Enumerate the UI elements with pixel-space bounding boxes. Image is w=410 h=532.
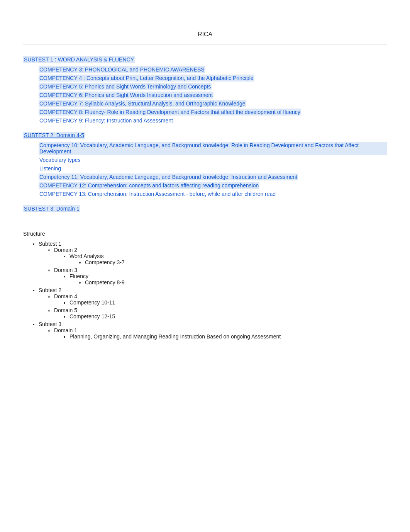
- list-item-comp37: Competency 3-7: [85, 259, 387, 265]
- list-item-word-analysis: Word Analysis Competency 3-7: [69, 253, 387, 265]
- subtest-2-competencies: Competency 10: Vocabulary, Academic Lang…: [23, 142, 387, 197]
- comp-6-link[interactable]: COMPETENCY 6: Phonics and Sight Words In…: [39, 92, 213, 99]
- listening-link[interactable]: Listening: [39, 165, 62, 172]
- comp-10-link[interactable]: Competency 10: Vocabulary, Academic Lang…: [39, 142, 387, 155]
- word-analysis-label: Word Analysis: [69, 253, 103, 259]
- competency-item: COMPETENCY 5: Phonics and Sight Words Te…: [39, 83, 387, 90]
- competency-item: COMPETENCY 7: Syllabic Analysis, Structu…: [39, 100, 387, 107]
- competency-item: COMPETENCY 12: Comprehension: concepts a…: [39, 182, 387, 189]
- list-item-domain3: Domain 3 Fluency Competency 8-9: [54, 267, 387, 286]
- vocab-types-item: Vocabulary types: [39, 156, 387, 163]
- subtest2-label: Subtest 2: [39, 287, 61, 293]
- comp-12-link[interactable]: COMPETENCY 12: Comprehension: concepts a…: [39, 182, 259, 189]
- comp1011-label: Competency 10-11: [69, 299, 115, 306]
- competency-item: COMPETENCY 6: Phonics and Sight Words In…: [39, 92, 387, 99]
- listening-item: Listening: [39, 165, 387, 172]
- comp-13-link[interactable]: COMPETENCY 13: Comprehension: Instructio…: [39, 190, 276, 197]
- page-title: RICA: [23, 31, 387, 38]
- subtest-3-block: SUBTEST 3: Domain 1: [23, 205, 387, 215]
- structure-title: Structure: [23, 231, 387, 237]
- list-item-subtest2: Subtest 2 Domain 4 Competency 10-11 Doma: [39, 287, 387, 320]
- subtest-1-competencies: COMPETENCY 3: PHONOLOGICAL and PHONEMIC …: [23, 66, 387, 124]
- list-item-domain4: Domain 4 Competency 10-11: [54, 293, 387, 306]
- subtest2-children: Domain 4 Competency 10-11 Domain 5 Comp: [39, 293, 387, 320]
- word-analysis-children: Competency 3-7: [69, 259, 387, 265]
- fluency-children: Competency 8-9: [69, 279, 387, 286]
- subtest3-children: Domain 1 Planning, Organizing, and Manag…: [39, 327, 387, 340]
- divider: [23, 44, 387, 44]
- comp1215-label: Competency 12-15: [69, 313, 115, 320]
- comp89-label: Competency 8-9: [85, 279, 125, 286]
- fluency-label: Fluency: [69, 273, 88, 279]
- list-item-domain5: Domain 5 Competency 12-15: [54, 307, 387, 320]
- list-item-domain1: Domain 1 Planning, Organizing, and Manag…: [54, 327, 387, 340]
- list-item-comp1215: Competency 12-15: [69, 313, 387, 320]
- comp-5-link[interactable]: COMPETENCY 5: Phonics and Sight Words Te…: [39, 83, 212, 90]
- domain5-children: Competency 12-15: [54, 313, 387, 320]
- subtest-2-block: SUBTEST 2: Domain 4-5 Competency 10: Voc…: [23, 132, 387, 197]
- competency-item: COMPETENCY 13: Comprehension: Instructio…: [39, 190, 387, 197]
- list-item-comp1011: Competency 10-11: [69, 299, 387, 306]
- domain5-label: Domain 5: [54, 307, 77, 313]
- competency-item: COMPETENCY 8: Fluency- Role in Reading D…: [39, 109, 387, 116]
- competency-item: COMPETENCY 9: Fluency: Instruction and A…: [39, 117, 387, 124]
- planning-label: Planning, Organizing, and Managing Readi…: [69, 333, 281, 340]
- domain2-children: Word Analysis Competency 3-7: [54, 253, 387, 265]
- domain4-children: Competency 10-11: [54, 299, 387, 306]
- subtest-1-header[interactable]: SUBTEST 1 : WORD ANALYSIS & FLUENCY: [23, 56, 135, 63]
- comp-4-link[interactable]: COMPETENCY 4 : Concepts about Print, Let…: [39, 75, 254, 82]
- list-item-subtest3: Subtest 3 Domain 1 Planning, Organizing,…: [39, 321, 387, 340]
- main-content: SUBTEST 1 : WORD ANALYSIS & FLUENCY COMP…: [23, 56, 387, 340]
- list-item-comp89: Competency 8-9: [85, 279, 387, 286]
- comp-8-link[interactable]: COMPETENCY 8: Fluency- Role in Reading D…: [39, 109, 301, 116]
- domain1-children: Planning, Organizing, and Managing Readi…: [54, 333, 387, 340]
- domain2-label: Domain 2: [54, 247, 77, 253]
- comp-3-link[interactable]: COMPETENCY 3: PHONOLOGICAL and PHONEMIC …: [39, 66, 205, 73]
- comp-7-link[interactable]: COMPETENCY 7: Syllabic Analysis, Structu…: [39, 100, 246, 107]
- subtest1-children: Domain 2 Word Analysis Competency 3-7: [39, 247, 387, 286]
- competency-item: Competency 11: Vocabulary, Academic Lang…: [39, 173, 387, 180]
- domain3-children: Fluency Competency 8-9: [54, 273, 387, 286]
- list-item-planning: Planning, Organizing, and Managing Readi…: [69, 333, 387, 340]
- domain1-label: Domain 1: [54, 327, 77, 333]
- subtest-2-header[interactable]: SUBTEST 2: Domain 4-5: [23, 132, 85, 139]
- domain4-label: Domain 4: [54, 293, 77, 299]
- comp-9-link[interactable]: COMPETENCY 9: Fluency: Instruction and A…: [39, 117, 174, 124]
- list-item-subtest1: Subtest 1 Domain 2 Word Analysis Compete…: [39, 241, 387, 286]
- subtest-1-block: SUBTEST 1 : WORD ANALYSIS & FLUENCY COMP…: [23, 56, 387, 124]
- comp37-label: Competency 3-7: [85, 259, 125, 265]
- structure-section: Structure Subtest 1 Domain 2 Word Analys…: [23, 231, 387, 340]
- competency-item: COMPETENCY 4 : Concepts about Print, Let…: [39, 75, 387, 82]
- subtest3-label: Subtest 3: [39, 321, 61, 327]
- subtest-3-header[interactable]: SUBTEST 3: Domain 1: [23, 205, 80, 212]
- structure-list: Subtest 1 Domain 2 Word Analysis Compete…: [23, 241, 387, 340]
- list-item-fluency: Fluency Competency 8-9: [69, 273, 387, 286]
- list-item-domain2: Domain 2 Word Analysis Competency 3-7: [54, 247, 387, 265]
- subtest1-label: Subtest 1: [39, 241, 61, 247]
- vocab-types-link[interactable]: Vocabulary types: [39, 156, 81, 163]
- competency-item: Competency 10: Vocabulary, Academic Lang…: [39, 142, 387, 155]
- competency-item: COMPETENCY 3: PHONOLOGICAL and PHONEMIC …: [39, 66, 387, 73]
- comp-11-link[interactable]: Competency 11: Vocabulary, Academic Lang…: [39, 173, 298, 180]
- domain3-label: Domain 3: [54, 267, 77, 273]
